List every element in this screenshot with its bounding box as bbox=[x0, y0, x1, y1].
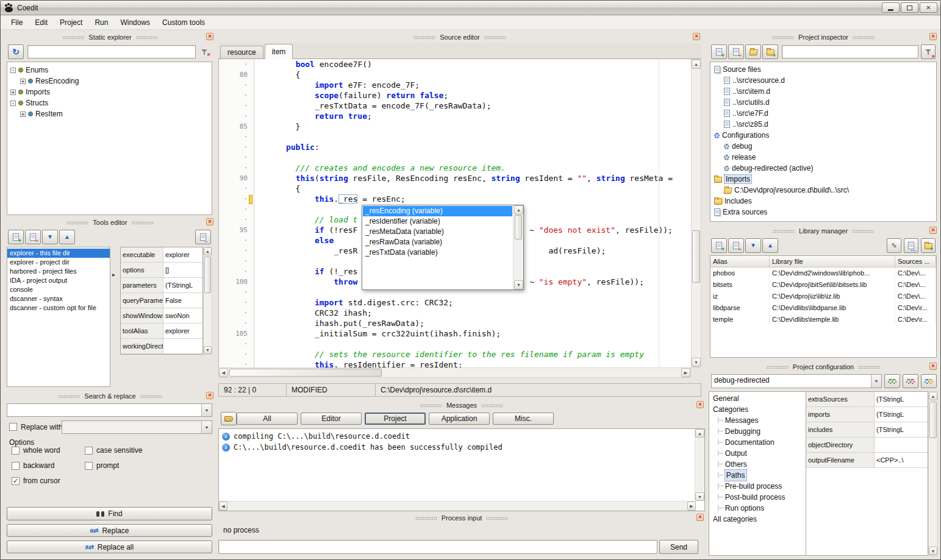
scroll-up-icon[interactable]: ▲ bbox=[695, 429, 704, 438]
remove-source-button[interactable]: − bbox=[728, 44, 744, 59]
scroll-down-icon[interactable]: ▼ bbox=[692, 358, 701, 367]
code-line[interactable]: } bbox=[257, 121, 691, 132]
inspector-item[interactable]: Source files bbox=[710, 64, 936, 75]
panel-header[interactable]: Static explorer bbox=[5, 32, 215, 42]
panel-close-icon[interactable] bbox=[693, 33, 700, 40]
checkbox-icon[interactable] bbox=[12, 462, 20, 470]
panel-close-icon[interactable] bbox=[929, 33, 937, 40]
symbol-tree-item[interactable]: -Enums bbox=[7, 65, 212, 76]
clear-filter-button[interactable]: ✕ bbox=[921, 44, 936, 59]
code-line[interactable]: scope(failure) return false; bbox=[257, 90, 691, 101]
filter-funnel-icon[interactable]: ✕ bbox=[198, 47, 210, 57]
move-tool-down-button[interactable]: ▼ bbox=[42, 230, 58, 244]
code-line[interactable]: this._resIdentifier = resIdent; bbox=[257, 360, 691, 367]
tree-expander-icon[interactable]: - bbox=[10, 68, 16, 73]
scroll-up-icon[interactable]: ▲ bbox=[514, 205, 523, 214]
completion-scrollbar[interactable]: ▲ ▼ bbox=[513, 205, 523, 289]
message-item[interactable]: C:\...\build\resource.d.coedit has been … bbox=[219, 442, 695, 453]
code-line[interactable]: import e7F: encode_7F; bbox=[257, 80, 691, 90]
library-row[interactable]: libdparseC:\Dev\dlibs\libdparse.libC:\De… bbox=[710, 302, 936, 314]
messages-filter-application[interactable]: Application bbox=[429, 413, 490, 425]
add-configuration-button[interactable] bbox=[884, 374, 900, 388]
dropdown-arrow-icon[interactable]: ▼ bbox=[201, 404, 212, 416]
library-column-header[interactable]: Sources ... bbox=[895, 256, 936, 268]
panel-header[interactable]: Process input bbox=[218, 513, 705, 523]
config-category[interactable]: Output bbox=[709, 448, 806, 459]
panel-close-icon[interactable] bbox=[206, 218, 213, 225]
panel-header[interactable]: Messages bbox=[218, 400, 705, 410]
scrollbar-thumb[interactable] bbox=[229, 369, 382, 377]
tree-expander-icon[interactable]: + bbox=[20, 112, 26, 117]
option-backward[interactable]: backward bbox=[12, 461, 85, 470]
move-tool-up-button[interactable]: ▲ bbox=[59, 230, 75, 244]
code-line[interactable]: bool encodee7F() bbox=[257, 59, 691, 69]
code-line[interactable]: _resTxtData = encode_7F(_resRawData); bbox=[257, 101, 691, 111]
move-library-up-button[interactable]: ▲ bbox=[762, 238, 778, 253]
scroll-right-icon[interactable]: ▶ bbox=[681, 368, 690, 377]
panel-header[interactable]: Project inspector bbox=[709, 32, 938, 42]
scroll-up-icon[interactable]: ▲ bbox=[929, 392, 937, 400]
messages-filter-project[interactable]: Project bbox=[365, 413, 426, 425]
completion-item[interactable]: _resMetaData (variable) bbox=[363, 227, 512, 237]
panel-header[interactable]: Tools editor bbox=[5, 218, 215, 227]
scroll-left-icon[interactable]: ◀ bbox=[219, 502, 227, 511]
inspector-item[interactable]: ..\src\e7F.d bbox=[710, 108, 936, 119]
code-line[interactable]: import std.digest.crc: CRC32; bbox=[257, 297, 691, 308]
menu-item-project[interactable]: Project bbox=[54, 16, 88, 29]
scrollbar-thumb[interactable] bbox=[692, 230, 700, 283]
inspector-item[interactable]: Configurations bbox=[710, 130, 936, 141]
messages-horizontal-scrollbar[interactable]: ◀ ▶ bbox=[219, 501, 696, 511]
code-line[interactable]: // sets the resource identifier to the r… bbox=[257, 349, 691, 360]
inspector-item[interactable]: ..\src\item.d bbox=[710, 86, 936, 97]
library-row[interactable]: phobosC:\Dev\dmd2\windows\lib\phob...C:\… bbox=[710, 268, 936, 279]
panel-close-icon[interactable] bbox=[929, 363, 937, 370]
panel-close-icon[interactable] bbox=[206, 33, 213, 40]
option-whole-word[interactable]: whole word bbox=[12, 446, 85, 455]
move-library-down-button[interactable]: ▼ bbox=[745, 238, 761, 253]
code-line[interactable]: this(string resFile, ResEncoding resEnc,… bbox=[257, 173, 691, 183]
scroll-right-icon[interactable]: ▶ bbox=[687, 502, 696, 511]
messages-filter-all[interactable]: All bbox=[237, 413, 298, 425]
symbol-tree-item[interactable]: +ResEncoding bbox=[7, 76, 212, 87]
config-category[interactable]: Others bbox=[709, 459, 806, 470]
configuration-selector[interactable]: debug-redirected ▼ bbox=[711, 374, 882, 388]
config-category[interactable]: Run options bbox=[709, 503, 806, 514]
inspector-item[interactable]: debug-redirected (active) bbox=[710, 163, 936, 174]
dropdown-arrow-icon[interactable]: ▼ bbox=[871, 375, 881, 388]
inspector-item[interactable]: release bbox=[710, 152, 936, 163]
clone-configuration-button[interactable] bbox=[921, 374, 937, 388]
scroll-down-icon[interactable]: ▼ bbox=[514, 280, 523, 289]
panel-header[interactable]: Search & replace bbox=[5, 391, 215, 401]
checkbox-icon[interactable] bbox=[12, 477, 20, 485]
menu-item-edit[interactable]: Edit bbox=[29, 16, 54, 29]
option-case-sensitive[interactable]: case sensitive bbox=[85, 446, 209, 455]
add-folder-button[interactable] bbox=[745, 44, 761, 59]
code-line[interactable] bbox=[257, 132, 691, 142]
library-row[interactable]: bitsetsC:\Dev\dproj\bitSet\lib\bitsets.l… bbox=[710, 279, 936, 291]
code-line[interactable]: _initialSum = crc322uint(ihash.finish); bbox=[257, 328, 691, 339]
replace-with-checkbox[interactable] bbox=[9, 423, 17, 431]
checkbox-icon[interactable] bbox=[12, 447, 20, 455]
tool-item[interactable]: IDA - project output bbox=[7, 276, 110, 285]
refresh-button[interactable]: ↻ bbox=[8, 44, 24, 59]
panel-header[interactable]: Library manager bbox=[709, 226, 938, 236]
library-file-button[interactable]: … bbox=[904, 238, 918, 253]
code-line[interactable] bbox=[257, 339, 691, 349]
scrollbar-thumb[interactable] bbox=[929, 402, 937, 438]
inspector-item[interactable]: Imports bbox=[710, 174, 936, 185]
checkbox-icon[interactable] bbox=[85, 447, 93, 455]
config-category[interactable]: Paths bbox=[709, 470, 806, 481]
tool-item[interactable]: explorer - this file dir bbox=[7, 249, 110, 258]
dropdown-arrow-icon[interactable]: ▼ bbox=[201, 421, 212, 433]
completion-item[interactable]: _resTxtData (variable) bbox=[363, 247, 512, 258]
configuration-scrollbar[interactable]: ▲ ▼ bbox=[928, 391, 938, 556]
execute-tool-button[interactable]: → bbox=[195, 230, 211, 244]
maximize-button[interactable] bbox=[901, 2, 918, 13]
add-tool-button[interactable]: + bbox=[8, 230, 24, 244]
editor-tab-item[interactable]: item bbox=[265, 44, 293, 59]
symbol-tree-item[interactable]: -Structs bbox=[7, 97, 212, 108]
remove-configuration-button[interactable] bbox=[903, 374, 918, 388]
tool-item[interactable]: dscanner - custom opt for file bbox=[7, 303, 110, 313]
scrollbar-thumb[interactable] bbox=[515, 215, 522, 239]
tool-item[interactable]: harbored - project files bbox=[7, 267, 110, 276]
